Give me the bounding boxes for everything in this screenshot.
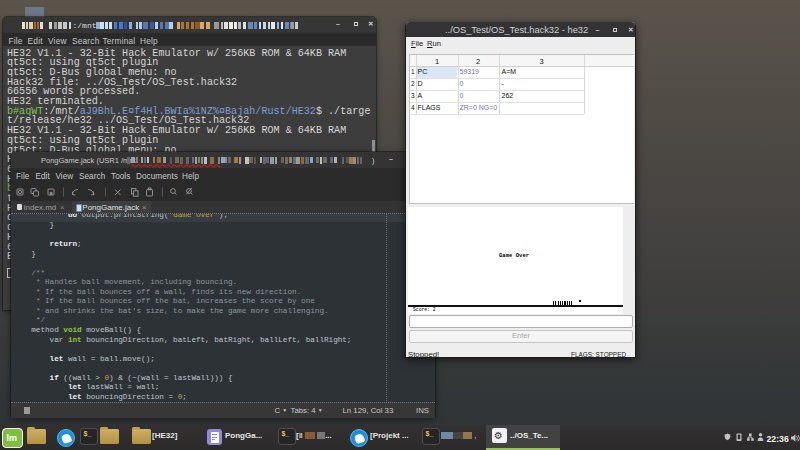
svg-text:22:36: 22:36 [767,434,789,444]
